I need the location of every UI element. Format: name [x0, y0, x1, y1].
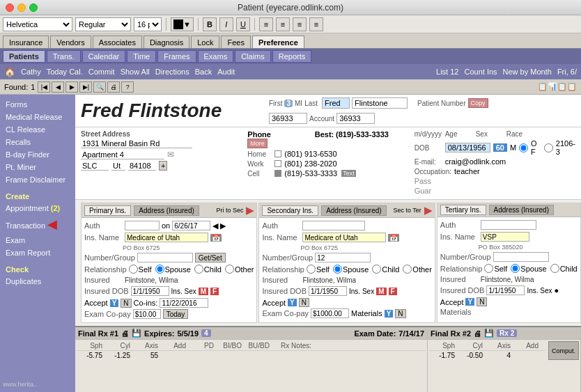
- primary-ins-address-tab[interactable]: Address (Insured): [134, 205, 199, 216]
- nav-tab-calendar[interactable]: Calendar: [82, 50, 126, 63]
- accept-y-button[interactable]: Y: [110, 299, 119, 307]
- sec-child-radio[interactable]: [372, 265, 381, 274]
- secondary-ins-tab[interactable]: Secondary Ins.: [262, 205, 318, 216]
- sec-copay-value[interactable]: $1000.00: [311, 308, 349, 318]
- get-set-button[interactable]: Get/Set: [195, 253, 226, 262]
- sex-m-radio[interactable]: [519, 143, 528, 152]
- ins-sex-m[interactable]: M: [199, 288, 208, 295]
- sidebar-item-duplicates[interactable]: Duplicates: [3, 276, 72, 287]
- menu-tab-lock[interactable]: Lock: [191, 36, 219, 48]
- menu-tab-associates[interactable]: Associates: [93, 36, 142, 48]
- search-button[interactable]: 🔍: [93, 81, 106, 93]
- nav-tab-exams[interactable]: Exams: [198, 50, 234, 63]
- sec-num-group-value[interactable]: 12: [315, 253, 371, 262]
- help-button[interactable]: ?: [121, 81, 134, 93]
- ter-num-group-value[interactable]: [493, 252, 549, 262]
- sec-mat-n[interactable]: N: [395, 309, 405, 318]
- auth-next-btn[interactable]: ▶: [220, 221, 226, 230]
- sec-spouse-radio[interactable]: [333, 265, 342, 274]
- sidebar-item-medical-release[interactable]: Medical Release: [3, 111, 72, 123]
- directions-button[interactable]: Directions: [155, 68, 189, 76]
- align-right-button[interactable]: ≡: [293, 17, 307, 31]
- commit-button[interactable]: Commit: [88, 68, 115, 76]
- sec-mat-y[interactable]: Y: [385, 310, 394, 317]
- nav-tab-reports[interactable]: Reports: [272, 50, 312, 63]
- ter-self-radio[interactable]: [484, 264, 493, 273]
- sidebar-item-cl-release[interactable]: CL Release: [3, 124, 72, 135]
- sec-other-radio[interactable]: [403, 265, 412, 274]
- menu-tab-preference[interactable]: Preference: [252, 36, 304, 48]
- nav-tab-trans[interactable]: Trans.: [47, 50, 81, 63]
- ter-ins-name-value[interactable]: VSP: [481, 232, 529, 242]
- sec-insured-dob[interactable]: 1/1/1950: [309, 286, 347, 296]
- menu-tab-insurance[interactable]: Insurance: [3, 36, 49, 48]
- sec-auth-value[interactable]: [302, 221, 365, 230]
- primary-ins-tab[interactable]: Primary Ins.: [84, 205, 131, 216]
- auth-value[interactable]: [125, 221, 160, 230]
- sidebar-item-transaction[interactable]: Transaction ◀: [3, 215, 72, 233]
- other-radio[interactable]: [225, 265, 234, 274]
- more-button[interactable]: More: [247, 139, 268, 148]
- nav-last-button[interactable]: ▶|: [79, 81, 92, 93]
- num-group-value[interactable]: [137, 253, 193, 262]
- nav-first-button[interactable]: |◀: [38, 81, 50, 93]
- copy-button[interactable]: Copy: [468, 98, 488, 108]
- patient-number[interactable]: 36933: [269, 113, 307, 124]
- sidebar-item-exam-report[interactable]: Exam Report: [3, 247, 72, 258]
- size-select[interactable]: 16 pt: [134, 17, 162, 31]
- home-icon[interactable]: 🏠: [4, 67, 15, 77]
- ter-child-radio[interactable]: [550, 264, 559, 273]
- copay-value[interactable]: $10.00: [133, 309, 161, 319]
- zip-value[interactable]: 84108: [128, 162, 156, 171]
- count-ins-button[interactable]: Count Ins: [464, 68, 497, 76]
- font-select[interactable]: Helvetica: [3, 17, 72, 31]
- nav-tab-claims[interactable]: Claims: [235, 50, 271, 63]
- sidebar-item-appointment[interactable]: Appointment (2): [3, 203, 72, 214]
- justify-button[interactable]: ≡: [309, 17, 323, 31]
- sidebar-item-b-day-finder[interactable]: B-day Finder: [3, 149, 72, 160]
- apt-value[interactable]: Apartment 4: [81, 150, 164, 159]
- bold-button[interactable]: B: [203, 17, 217, 31]
- tertiary-ins-tab[interactable]: Tertiary Ins.: [440, 205, 486, 215]
- style-select[interactable]: Regular: [75, 17, 131, 31]
- back-button[interactable]: Back: [195, 68, 212, 76]
- rx1-save-icon[interactable]: 💾: [132, 329, 141, 338]
- child-radio[interactable]: [194, 265, 203, 274]
- maximize-button[interactable]: [29, 3, 38, 12]
- email-value[interactable]: craig@odlink.com: [445, 157, 506, 166]
- work-phone-check[interactable]: [274, 160, 281, 167]
- underline-button[interactable]: U: [236, 17, 250, 31]
- sec-ins-sex-m[interactable]: M: [376, 288, 386, 295]
- nav-next-button[interactable]: ▶: [65, 81, 78, 93]
- sec-ins-sex-f[interactable]: F: [389, 288, 397, 295]
- rx2-save-icon[interactable]: 💾: [484, 329, 494, 338]
- list12-button[interactable]: List 12: [436, 68, 458, 76]
- dob-value[interactable]: 08/13/1956: [445, 143, 490, 152]
- ins-calendar-icon[interactable]: 📅: [210, 234, 222, 242]
- menu-tab-diagnosis[interactable]: Diagnosis: [144, 36, 189, 48]
- account-value[interactable]: 36933: [336, 113, 375, 124]
- color-picker[interactable]: ▼: [171, 17, 194, 31]
- today-cal-button[interactable]: Today Cal.: [47, 68, 83, 76]
- first-value[interactable]: Fred: [322, 97, 350, 109]
- ter-accept-n-button[interactable]: N: [477, 297, 487, 306]
- cell-phone-check[interactable]: [274, 170, 281, 177]
- sex-f-radio[interactable]: [544, 143, 553, 152]
- home-phone-check[interactable]: [274, 150, 281, 157]
- italic-button[interactable]: I: [219, 17, 233, 31]
- self-radio[interactable]: [129, 265, 138, 274]
- new-by-month-button[interactable]: New by Month: [503, 68, 552, 76]
- compute-button[interactable]: Comput.: [548, 341, 579, 360]
- last-value[interactable]: Flintstone: [352, 97, 408, 109]
- sec-self-radio[interactable]: [307, 265, 316, 274]
- state-value[interactable]: Ut: [111, 162, 125, 171]
- sec-ins-name-value[interactable]: Medicare of Utah: [302, 233, 386, 242]
- nav-tab-frames[interactable]: Frames: [157, 50, 196, 63]
- minimize-button[interactable]: [17, 3, 26, 12]
- ter-auth-value[interactable]: [481, 220, 536, 230]
- sec-accept-n-button[interactable]: N: [299, 298, 309, 307]
- audit-button[interactable]: Audit: [217, 68, 235, 76]
- sidebar-item-exam[interactable]: Exam: [3, 235, 72, 246]
- insured-dob[interactable]: 1/1/1950: [131, 286, 169, 296]
- show-all-button[interactable]: Show All: [121, 68, 150, 76]
